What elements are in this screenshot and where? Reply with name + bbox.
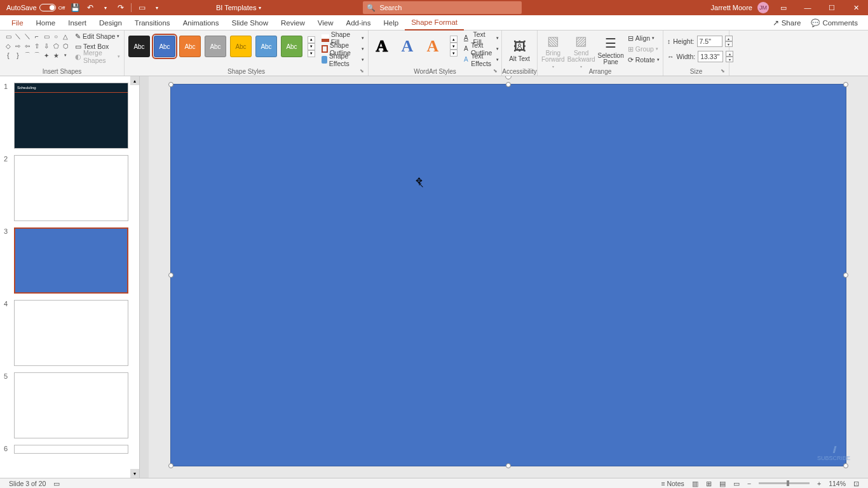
redo-icon[interactable]: ↷ (116, 3, 126, 13)
style-preset-4[interactable]: Abc (205, 36, 226, 57)
tab-review[interactable]: Review (275, 15, 311, 30)
slide-thumb-5[interactable] (14, 372, 128, 438)
style-preset-6[interactable]: Abc (255, 36, 277, 57)
zoom-level[interactable]: 114% (825, 480, 850, 487)
accessibility-status-icon[interactable]: ▭ (50, 480, 64, 487)
canvas-area[interactable]: ✥↖ /// SUBSCRIBE (140, 76, 868, 478)
undo-icon[interactable]: ↶ (85, 3, 95, 13)
zoom-in-icon[interactable]: + (813, 480, 825, 487)
width-up-icon[interactable]: ▴ (726, 51, 733, 57)
handle-s[interactable] (506, 463, 511, 468)
shapes-more-icon[interactable]: ▾ (61, 51, 70, 60)
tab-design[interactable]: Design (93, 15, 128, 30)
wa-up-icon[interactable]: ▴ (450, 36, 458, 43)
rotate-handle-icon[interactable] (505, 76, 512, 79)
reading-view-icon[interactable]: ▤ (715, 480, 729, 487)
search-input[interactable]: 🔍 Search (363, 1, 522, 14)
tab-help[interactable]: Help (377, 15, 405, 30)
shape-lbrace-icon[interactable]: { (4, 51, 13, 60)
shape-pentagon-icon[interactable]: ⬠ (51, 41, 60, 50)
height-input[interactable]: 7.5" (697, 36, 722, 47)
shape-hexagon-icon[interactable]: ⬡ (61, 41, 70, 50)
align-button[interactable]: ⊟Align▾ (628, 33, 660, 43)
selection-pane-button[interactable]: ☰ Selection Pane (598, 32, 624, 69)
height-up-icon[interactable]: ▴ (725, 36, 733, 41)
alt-text-button[interactable]: 🖼 Alt Text (506, 32, 533, 69)
wa-more-icon[interactable]: ▾ (450, 50, 458, 57)
wa-down-icon[interactable]: ▾ (450, 43, 458, 50)
slideshow-view-icon[interactable]: ▭ (729, 480, 743, 487)
wordart-preset-3[interactable]: A (423, 37, 442, 56)
wordart-preset-2[interactable]: A (398, 37, 417, 56)
style-preset-7[interactable]: Abc (281, 36, 302, 57)
handle-se[interactable] (843, 463, 848, 468)
style-preset-1[interactable]: Abc (128, 36, 150, 57)
slide-position[interactable]: Slide 3 of 20 (5, 480, 50, 487)
canvas-scroll-left[interactable] (140, 76, 149, 478)
slide-thumb-3[interactable] (14, 227, 128, 294)
wordart-preset-1[interactable]: A (372, 37, 391, 56)
shape-triangle-icon[interactable]: △ (61, 32, 70, 41)
shape-rhombus-icon[interactable]: ◇ (4, 41, 13, 50)
shape-arrow-u-icon[interactable]: ⇧ (32, 41, 41, 50)
preset-more-icon[interactable]: ▾ (308, 50, 315, 57)
shape-line-icon[interactable]: ＼ (13, 32, 22, 41)
slide-thumb-6[interactable] (14, 445, 128, 454)
slide-thumb-2[interactable] (14, 155, 128, 221)
shape-textbox-icon[interactable]: ▭ (4, 32, 13, 41)
zoom-slider[interactable] (759, 482, 810, 484)
width-down-icon[interactable]: ▾ (726, 57, 733, 62)
shape-star4-icon[interactable]: ✦ (42, 51, 51, 60)
shape-line2-icon[interactable]: ＼ (23, 32, 32, 41)
wordart-launcher-icon[interactable]: ⬊ (493, 68, 499, 74)
style-preset-5[interactable]: Abc (230, 36, 252, 57)
tab-home[interactable]: Home (30, 15, 62, 30)
shape-arrow-l-icon[interactable]: ⇦ (23, 41, 32, 50)
save-icon[interactable]: 💾 (70, 3, 80, 13)
tab-shape-format[interactable]: Shape Format (405, 15, 464, 30)
shape-rect-icon[interactable]: ▭ (42, 32, 51, 41)
text-effects-button[interactable]: AText Effects▾ (464, 55, 499, 64)
qat-more-icon[interactable]: ▾ (152, 3, 162, 13)
slide-thumb-4[interactable] (14, 300, 128, 366)
shape-arrow-d-icon[interactable]: ⇩ (42, 41, 51, 50)
shape-arc2-icon[interactable]: ⌒ (32, 51, 41, 60)
rotate-button[interactable]: ⟳Rotate▾ (628, 55, 660, 64)
maximize-icon[interactable]: ☐ (822, 0, 841, 15)
shape-styles-launcher-icon[interactable]: ⬊ (360, 68, 366, 74)
user-name[interactable]: Jarrett Moore (711, 4, 752, 11)
shape-connector-icon[interactable]: ⌐ (32, 32, 41, 41)
tab-file[interactable]: File (5, 15, 30, 30)
tab-insert[interactable]: Insert (62, 15, 93, 30)
preset-down-icon[interactable]: ▾ (308, 43, 315, 50)
ribbon-display-icon[interactable]: ▭ (774, 0, 793, 15)
panel-scroll-down-icon[interactable]: ▾ (130, 469, 139, 478)
tab-transitions[interactable]: Transitions (128, 15, 177, 30)
panel-scroll-up-icon[interactable]: ▴ (130, 76, 139, 85)
close-icon[interactable]: ✕ (846, 0, 865, 15)
normal-view-icon[interactable]: ▥ (688, 480, 702, 487)
tab-slideshow[interactable]: Slide Show (226, 15, 275, 30)
slide-thumb-1[interactable]: Scheduling (14, 83, 128, 149)
undo-dropdown-icon[interactable]: ▾ (100, 3, 111, 13)
notes-button[interactable]: ≡Notes (657, 480, 688, 487)
handle-sw[interactable] (168, 463, 173, 468)
comments-button[interactable]: 💬Comments (806, 18, 863, 27)
preset-up-icon[interactable]: ▴ (308, 36, 315, 43)
edit-shape-button[interactable]: ✎Edit Shape▾ (75, 32, 120, 41)
fit-to-window-icon[interactable]: ⊡ (850, 480, 863, 487)
handle-w[interactable] (168, 273, 173, 278)
canvas-scroll-right[interactable] (859, 76, 868, 468)
autosave-toggle[interactable]: AutoSave Off (6, 4, 65, 11)
shape-rbrace-icon[interactable]: } (13, 51, 22, 60)
tab-addins[interactable]: Add-ins (340, 15, 377, 30)
handle-e[interactable] (843, 273, 848, 278)
zoom-out-icon[interactable]: − (743, 480, 755, 487)
document-title[interactable]: BI Templates ▾ (216, 4, 261, 11)
sorter-view-icon[interactable]: ⊞ (702, 480, 715, 487)
width-input[interactable]: 13.33" (698, 51, 723, 62)
handle-nw[interactable] (168, 82, 173, 87)
size-launcher-icon[interactable]: ⬊ (721, 68, 727, 74)
selected-shape[interactable]: ✥↖ (170, 84, 846, 466)
minimize-icon[interactable]: — (798, 0, 817, 15)
